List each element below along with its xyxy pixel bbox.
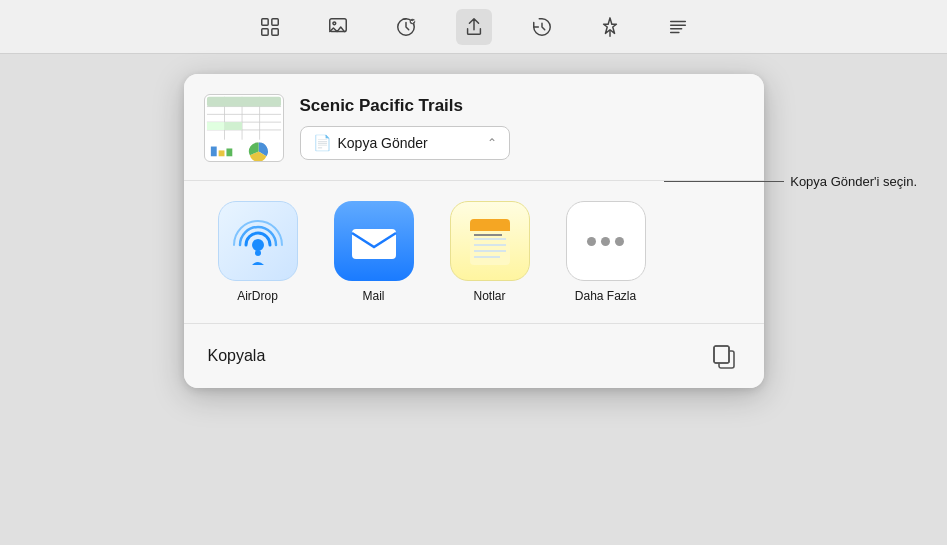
airdrop-icon-bg (218, 201, 298, 281)
svg-point-28 (252, 239, 264, 251)
svg-rect-23 (224, 122, 242, 130)
svg-rect-22 (206, 122, 224, 130)
callout-annotation: Kopya Gönder'i seçin. (664, 174, 917, 189)
svg-rect-40 (714, 346, 729, 363)
svg-rect-3 (271, 28, 277, 34)
share-dropdown[interactable]: 📄 Kopya Gönder ⌃ (300, 126, 510, 160)
toolbar-btn-review[interactable] (388, 9, 424, 45)
app-item-mail[interactable]: Mail (324, 201, 424, 303)
share-actions: Kopyala (184, 324, 764, 388)
svg-point-5 (332, 21, 335, 24)
copy-label: Kopyala (208, 347, 266, 365)
toolbar-btn-pin[interactable] (592, 9, 628, 45)
notes-icon-bg (450, 201, 530, 281)
chevron-icon: ⌃ (487, 136, 497, 150)
toolbar-btn-format[interactable] (660, 9, 696, 45)
apps-row: AirDrop Mail (208, 201, 740, 303)
doc-icon: 📄 (313, 134, 332, 152)
app-item-airdrop[interactable]: AirDrop (208, 201, 308, 303)
more-label: Daha Fazla (575, 289, 636, 303)
svg-point-29 (255, 250, 261, 256)
mail-icon-bg (334, 201, 414, 281)
svg-rect-25 (210, 147, 216, 157)
notes-label: Notlar (473, 289, 505, 303)
more-icon-bg (566, 201, 646, 281)
svg-rect-27 (226, 148, 232, 156)
app-item-notes[interactable]: Notlar (440, 201, 540, 303)
share-apps: AirDrop Mail (184, 181, 764, 324)
toolbar-btn-share[interactable] (456, 9, 492, 45)
dot-3 (615, 237, 624, 246)
svg-rect-1 (271, 18, 277, 24)
mail-label: Mail (362, 289, 384, 303)
svg-rect-26 (218, 150, 224, 156)
svg-rect-0 (261, 18, 267, 24)
callout-line (664, 181, 784, 182)
dot-1 (587, 237, 596, 246)
doc-info: Scenic Pacific Trails 📄 Kopya Gönder ⌃ (300, 96, 740, 160)
callout-text: Kopya Gönder'i seçin. (790, 174, 917, 189)
toolbar-btn-media[interactable] (320, 9, 356, 45)
svg-rect-21 (206, 97, 280, 107)
share-panel: Scenic Pacific Trails 📄 Kopya Gönder ⌃ (184, 74, 764, 388)
dropdown-label: Kopya Gönder (338, 135, 481, 151)
toolbar (0, 0, 947, 54)
svg-rect-33 (470, 227, 510, 231)
svg-point-7 (409, 18, 415, 24)
more-dots (587, 237, 624, 246)
main-area: Scenic Pacific Trails 📄 Kopya Gönder ⌃ (0, 54, 947, 545)
doc-thumbnail (204, 94, 284, 162)
doc-title: Scenic Pacific Trails (300, 96, 740, 116)
toolbar-btn-history[interactable] (524, 9, 560, 45)
svg-rect-2 (261, 28, 267, 34)
copy-icon (708, 340, 740, 372)
svg-rect-30 (352, 229, 396, 259)
action-row-copy[interactable]: Kopyala (184, 324, 764, 388)
app-item-more[interactable]: Daha Fazla (556, 201, 656, 303)
airdrop-label: AirDrop (237, 289, 278, 303)
dot-2 (601, 237, 610, 246)
share-header: Scenic Pacific Trails 📄 Kopya Gönder ⌃ (184, 74, 764, 181)
toolbar-btn-thumbnails[interactable] (252, 9, 288, 45)
